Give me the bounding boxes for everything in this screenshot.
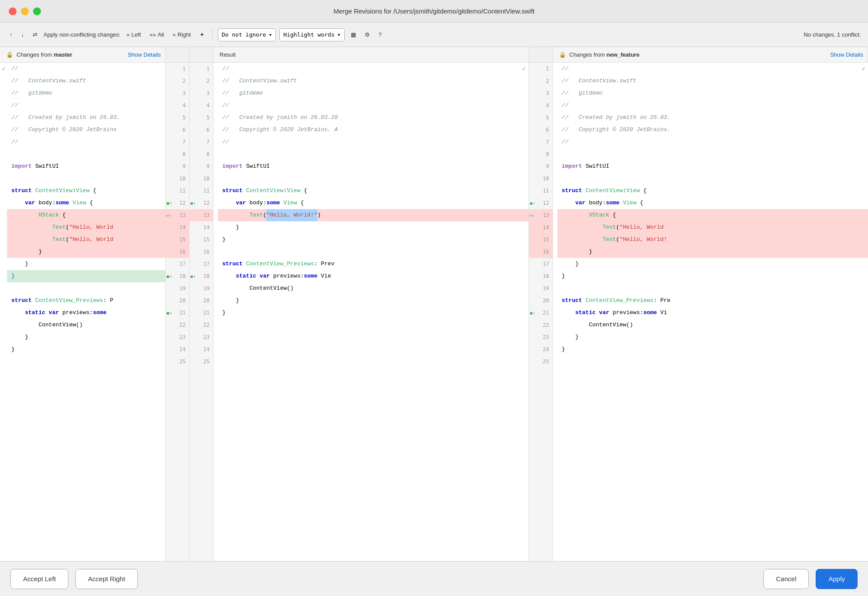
res-ln-22: 22 — [190, 319, 213, 331]
apply-right-button[interactable]: « Right — [170, 30, 193, 40]
apply-all-button[interactable]: «» All — [147, 30, 166, 40]
rln-24: 24 — [529, 343, 553, 356]
chevron-down-icon: ▾ — [269, 31, 272, 38]
left-line-25 — [7, 356, 165, 368]
bottom-bar: Accept Left Accept Right Cancel Apply — [0, 561, 868, 596]
left-line-14: Text("Hello, World — [7, 221, 165, 234]
right-line-11: struct ContentView: View { — [557, 185, 868, 197]
navigate-prev-button[interactable]: ↑ — [7, 30, 15, 40]
right-line-24: } — [557, 343, 868, 356]
res-line-3: // gitdemo — [218, 87, 529, 99]
right-line-8 — [557, 148, 868, 160]
window-controls — [9, 7, 41, 15]
res-line-16 — [218, 246, 529, 258]
rln-1: 1 — [529, 63, 553, 75]
left-show-details[interactable]: Show Details — [128, 51, 161, 58]
columns-icon: ▦ — [351, 31, 356, 38]
left-ln-12: ●↑12 — [166, 197, 189, 209]
close-button[interactable] — [9, 7, 17, 15]
right-line-1: // — [557, 63, 868, 75]
arrow-down-icon: ↓ — [21, 31, 24, 38]
magic-button[interactable]: ✦ — [197, 30, 207, 40]
status-text: No changes. 1 conflict. — [804, 31, 861, 38]
right-line-13: VStack { — [557, 209, 868, 221]
res-ln-10: 10 — [190, 173, 213, 185]
magic-icon: ✦ — [200, 31, 204, 38]
left-panel-header: 🔒 Changes from master Show Details — [0, 47, 166, 62]
res-line-24 — [218, 343, 529, 356]
rln-5: 5 — [529, 112, 553, 124]
left-line-12: var body: some View { — [7, 197, 165, 209]
res-ln-20: 20 — [190, 295, 213, 307]
left-ln-3: 3 — [166, 87, 189, 99]
left-line-11: struct ContentView: View { — [7, 185, 165, 197]
rln-17: 17 — [529, 258, 553, 270]
left-line-18: } — [7, 270, 165, 282]
res-ln-19: 19 — [190, 282, 213, 295]
apply-left-button[interactable]: » Left — [124, 30, 143, 40]
lock-icon-right: 🔒 — [559, 51, 566, 58]
right-line-17: } — [557, 258, 868, 270]
res-line-1: // — [218, 63, 529, 75]
right-show-details[interactable]: Show Details — [830, 51, 863, 58]
left-line-1: // — [7, 63, 165, 75]
res-line-6: // Copyright © 2020 JetBrains. A — [218, 124, 529, 136]
right-line-2: // ContentView.swift — [557, 75, 868, 87]
rln-12: ●↑12 — [529, 197, 553, 209]
cancel-button[interactable]: Cancel — [763, 569, 809, 589]
columns-button[interactable]: ▦ — [348, 30, 359, 40]
left-ln-13: ✕»13 — [166, 209, 189, 221]
lock-icon-left: 🔒 — [6, 51, 13, 58]
res-line-20: } — [218, 295, 529, 307]
left-line-9: import SwiftUI — [7, 160, 165, 173]
sync-button[interactable]: ⇄ — [30, 30, 40, 40]
rln-23: 23 — [529, 331, 553, 343]
accept-right-button[interactable]: Accept Right — [75, 569, 138, 589]
left-ln-21: ●↑21 — [166, 307, 189, 319]
help-icon: ? — [379, 31, 382, 38]
right-line-25 — [557, 356, 868, 368]
minimize-button[interactable] — [21, 7, 29, 15]
res-ln-4: 4 — [190, 99, 213, 112]
left-ln-23: 23 — [166, 331, 189, 343]
right-code-lines: // // ContentView.swift // gitdemo // //… — [553, 63, 868, 368]
left-linenum-header — [166, 47, 190, 62]
result-linenum-header — [190, 47, 214, 62]
left-line-6: // Copyright © 2020 JetBrains — [7, 124, 165, 136]
rln-9: 9 — [529, 160, 553, 173]
left-line-numbers: 1 2 3 4 5 6 7 8 9 10 11 ●↑12 ✕»13 14 15 … — [166, 63, 190, 561]
maximize-button[interactable] — [33, 7, 41, 15]
res-line-4: // — [218, 99, 529, 112]
result-top-check: ✓ — [522, 63, 526, 75]
help-button[interactable]: ? — [376, 30, 384, 40]
left-line-4: // — [7, 99, 165, 112]
res-line-9: import SwiftUI — [218, 160, 529, 173]
panels-header: 🔒 Changes from master Show Details Resul… — [0, 47, 868, 63]
left-ln-20: 20 — [166, 295, 189, 307]
left-line-7: // — [7, 136, 165, 148]
highlight-dropdown[interactable]: Highlight words ▾ — [279, 28, 344, 41]
ignore-dropdown[interactable]: Do not ignore ▾ — [218, 28, 276, 41]
left-ln-22: 22 — [166, 319, 189, 331]
right-line-22: ContentView() — [557, 319, 868, 331]
res-line-25 — [218, 356, 529, 368]
res-ln-14: 14 — [190, 221, 213, 234]
left-line-22: ContentView() — [7, 319, 165, 331]
apply-button[interactable]: Apply — [816, 569, 858, 589]
res-ln-1: 1 — [190, 63, 213, 75]
left-ln-6: 6 — [166, 124, 189, 136]
res-line-15: } — [218, 234, 529, 246]
res-ln-12: ●↑12 — [190, 197, 213, 209]
res-ln-8: 8 — [190, 148, 213, 160]
res-ln-11: 11 — [190, 185, 213, 197]
res-ln-5: 5 — [190, 112, 213, 124]
res-line-10 — [218, 173, 529, 185]
rln-11: 11 — [529, 185, 553, 197]
sync-icon: ⇄ — [33, 31, 37, 38]
accept-left-button[interactable]: Accept Left — [10, 569, 68, 589]
settings-button[interactable]: ⚙ — [362, 30, 373, 40]
result-line-numbers: 1 2 3 4 5 6 7 8 9 10 11 ●↑12 13 14 15 16… — [190, 63, 214, 561]
navigate-next-button[interactable]: ↓ — [19, 30, 27, 40]
res-line-14: } — [218, 221, 529, 234]
res-line-5: // Created by jsmith on 26.03.20 — [218, 112, 529, 124]
